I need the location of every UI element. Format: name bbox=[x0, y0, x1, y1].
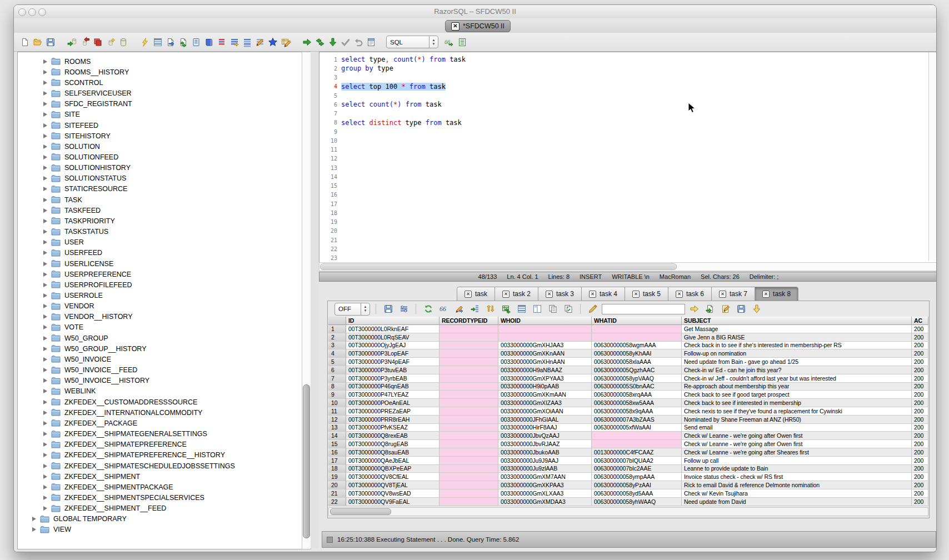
cell-subject[interactable]: Leanne to provide update to Bain bbox=[682, 465, 912, 473]
column-header-recordtypeid[interactable]: RECORDTYPEID bbox=[439, 317, 498, 325]
cell-recordtypeid[interactable] bbox=[439, 424, 498, 432]
cell-id[interactable]: 00T3000000QV9FaEAL bbox=[346, 498, 439, 506]
cell-recordtypeid[interactable] bbox=[439, 448, 498, 457]
cell-recordtypeid[interactable] bbox=[439, 457, 498, 465]
view-glasses-icon[interactable]: 66 bbox=[438, 303, 449, 314]
expand-triangle-icon[interactable] bbox=[43, 240, 47, 244]
cell-whatid[interactable] bbox=[592, 333, 682, 342]
header-rownum[interactable] bbox=[328, 317, 346, 325]
cell-ac[interactable]: 200 bbox=[912, 440, 928, 448]
cell-recordtypeid[interactable] bbox=[439, 333, 498, 342]
tree-item-zkfedex-package[interactable]: ZKFEDEX__PACKAGE bbox=[18, 418, 302, 428]
editor-line-15[interactable]: 15 bbox=[319, 182, 928, 191]
expand-triangle-icon[interactable] bbox=[43, 251, 47, 255]
tree-item-userrole[interactable]: USERROLE bbox=[18, 290, 302, 301]
cell-subject[interactable]: Check nexis to see if they've found a re… bbox=[682, 407, 912, 416]
cell-whoid[interactable]: 0033000000HirF8AAJ bbox=[498, 424, 592, 432]
table-row[interactable]: 500T3000000P3N4pEAF0033000000GmXHnAAN006… bbox=[328, 358, 928, 366]
cell-whatid[interactable]: 006300000058xrqAAA bbox=[592, 391, 682, 399]
result-tab-task-7[interactable]: ✕task 7 bbox=[711, 287, 755, 301]
expand-triangle-icon[interactable] bbox=[43, 208, 47, 213]
disconnect-database-icon[interactable] bbox=[79, 37, 91, 48]
cell-ac[interactable]: 200 bbox=[912, 407, 928, 416]
cell-recordtypeid[interactable] bbox=[439, 416, 498, 424]
cell-subject[interactable]: Invoice status check - check w/ RS first bbox=[682, 473, 912, 481]
query-builder-icon[interactable] bbox=[152, 37, 163, 48]
tree-item-solution[interactable]: SOLUTION bbox=[18, 141, 302, 152]
cell-whoid[interactable]: 0033000000GmXMDAA3 bbox=[498, 498, 592, 506]
editor-line-12[interactable]: 12 bbox=[319, 154, 928, 163]
cell-whatid[interactable]: 00630000005S0bnAAC bbox=[592, 383, 682, 391]
cell-ac[interactable]: 200 bbox=[912, 465, 928, 473]
row-number[interactable]: 11 bbox=[328, 407, 346, 416]
expand-triangle-icon[interactable] bbox=[43, 229, 47, 234]
cell-recordtypeid[interactable] bbox=[439, 440, 498, 448]
cell-subject[interactable]: Follow up call bbox=[682, 457, 912, 465]
tree-item-solutionstatus[interactable]: SOLUTIONSTATUS bbox=[18, 173, 302, 184]
expand-triangle-icon[interactable] bbox=[43, 272, 47, 277]
expand-triangle-icon[interactable] bbox=[43, 198, 47, 202]
tree-item-taskpriority[interactable]: TASKPRIORITY bbox=[18, 216, 302, 226]
select-stepper-icon[interactable]: ▲▼ bbox=[361, 303, 369, 315]
execute-arrow-icon[interactable] bbox=[302, 37, 313, 48]
column-header-whoid[interactable]: WHOID bbox=[498, 317, 592, 325]
select-stepper-icon[interactable]: ▲▼ bbox=[429, 36, 438, 48]
table-row[interactable]: 1900T3000000QV8CfEAL0033000000GmXM7AAN00… bbox=[328, 473, 928, 481]
row-number[interactable]: 19 bbox=[328, 473, 346, 481]
expand-triangle-icon[interactable] bbox=[43, 432, 47, 436]
cell-whatid[interactable]: 006300000058yPzAAI bbox=[592, 481, 682, 489]
cell-recordtypeid[interactable] bbox=[439, 342, 498, 350]
tree-item-vendor-history[interactable]: VENDOR__HISTORY bbox=[18, 312, 302, 322]
cell-ac[interactable]: 200 bbox=[912, 489, 928, 498]
cell-ac[interactable]: 200 bbox=[912, 448, 928, 457]
split-view-icon[interactable] bbox=[532, 303, 543, 314]
editor-line-17[interactable]: 17 bbox=[319, 199, 928, 208]
cell-subject[interactable]: Need update from David bbox=[682, 498, 912, 506]
expand-triangle-icon[interactable] bbox=[43, 123, 47, 128]
expand-triangle-icon[interactable] bbox=[43, 176, 47, 181]
tree-item-view[interactable]: VIEW bbox=[18, 524, 302, 535]
close-result-tab-icon[interactable]: ✕ bbox=[464, 291, 472, 298]
open-file-icon[interactable] bbox=[32, 37, 43, 48]
cell-id[interactable]: 00T3000000Q8rugEAB bbox=[346, 440, 439, 448]
cell-whoid[interactable]: 0033000000GmXKnAAN bbox=[498, 349, 592, 358]
cell-whoid[interactable]: 0033000000GmXOiAAN bbox=[498, 407, 592, 416]
table-options-icon[interactable] bbox=[516, 303, 527, 314]
cell-whoid[interactable]: 0033000000JbvQzAAJ bbox=[498, 432, 592, 440]
cell-whatid[interactable] bbox=[592, 440, 682, 448]
cell-ac[interactable]: 200 bbox=[912, 366, 928, 374]
editor-line-19[interactable]: 19 bbox=[319, 218, 928, 227]
tree-item-zkfedex-shipmatescheduledjobssettings[interactable]: ZKFEDEX__SHIPMATESCHEDULEDJOBSSETTINGS bbox=[18, 461, 302, 471]
row-number[interactable]: 3 bbox=[328, 342, 346, 350]
tree-item-sitehistory[interactable]: SITEHISTORY bbox=[18, 131, 302, 141]
cell-id[interactable]: 00T3000000L0RknEAF bbox=[346, 325, 439, 333]
cell-whatid[interactable]: 006300000058xlaAAA bbox=[592, 358, 682, 366]
editor-line-11[interactable]: 11 bbox=[319, 146, 928, 154]
column-header-whatid[interactable]: WHATID bbox=[592, 317, 682, 325]
cell-recordtypeid[interactable] bbox=[439, 432, 498, 440]
expand-triangle-icon[interactable] bbox=[43, 357, 47, 362]
cell-whatid[interactable]: 006300000058ympAAA bbox=[592, 473, 682, 481]
tree-item-site[interactable]: SITE bbox=[18, 109, 302, 120]
tree-item-sfdc-registrant[interactable]: SFDC_REGISTRANT bbox=[18, 99, 302, 109]
expand-triangle-icon[interactable] bbox=[43, 496, 47, 500]
editor-vscrollbar[interactable] bbox=[928, 52, 937, 261]
editor-line-21[interactable]: 21 bbox=[319, 236, 928, 244]
cell-ac[interactable]: 200 bbox=[912, 399, 928, 407]
cell-subject[interactable]: Get Massage bbox=[682, 325, 912, 333]
editor-line-5[interactable]: 5 bbox=[319, 91, 928, 100]
table-row[interactable]: 2200T3000000QV9FaEAL0033000000GmXMDAA300… bbox=[328, 498, 928, 506]
expand-triangle-icon[interactable] bbox=[43, 262, 47, 266]
cell-subject[interactable]: Need update from Bain - gave go ahead 1/… bbox=[682, 358, 912, 366]
result-tab-task-2[interactable]: ✕task 2 bbox=[495, 287, 538, 301]
tree-item-rooms[interactable]: ROOMS bbox=[18, 56, 302, 67]
table-row[interactable]: 1700T3000000QAeJbEAL0033000000Ju9J9AAJ00… bbox=[328, 457, 928, 465]
tree-item-zkfedex-shipmatepreference-history[interactable]: ZKFEDEX__SHIPMATEPREFERENCE__HISTORY bbox=[18, 450, 302, 461]
editor-hscrollbar-thumb[interactable] bbox=[320, 263, 677, 270]
cell-whatid[interactable]: 006300000058yKhAAI bbox=[592, 349, 682, 358]
row-number[interactable]: 15 bbox=[328, 440, 346, 448]
tree-item-staticresource[interactable]: STATICRESOURCE bbox=[18, 184, 302, 194]
auto-commit-select[interactable]: OFF▲▼ bbox=[334, 303, 370, 316]
expand-triangle-icon[interactable] bbox=[43, 59, 47, 64]
cell-whoid[interactable]: 0033000000GmXKPAA3 bbox=[498, 481, 592, 489]
